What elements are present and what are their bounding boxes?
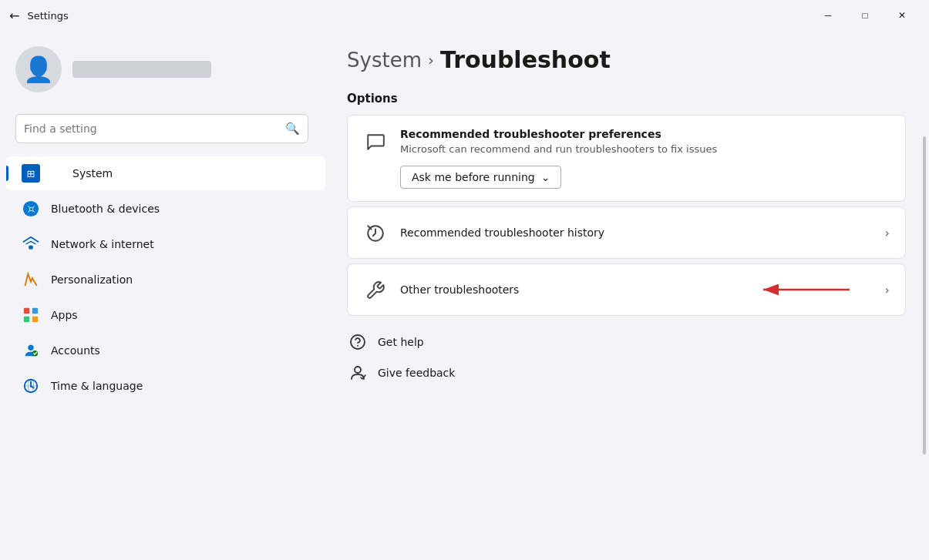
svg-rect-5 xyxy=(24,317,29,322)
network-icon xyxy=(22,235,40,253)
accounts-icon xyxy=(22,341,40,360)
sidebar-item-label-time: Time & language xyxy=(51,380,143,392)
app-title: Settings xyxy=(27,10,68,22)
breadcrumb-separator: › xyxy=(428,51,434,69)
svg-rect-2 xyxy=(29,246,33,250)
svg-point-17 xyxy=(351,335,365,349)
window-controls: ─ □ ✕ xyxy=(810,3,920,28)
bottom-links: Get help Give feedback xyxy=(347,331,906,384)
sidebar-item-label-accounts: Accounts xyxy=(51,344,100,357)
user-icon: 👤 xyxy=(23,55,54,84)
back-icon[interactable]: ← xyxy=(9,8,19,23)
dropdown-arrow-icon: ⌄ xyxy=(541,171,550,183)
sidebar-item-time[interactable]: Time & language xyxy=(6,369,325,403)
sidebar-item-label-network: Network & internet xyxy=(51,238,154,250)
svg-rect-6 xyxy=(32,317,38,322)
get-help-label: Get help xyxy=(378,336,424,348)
titlebar: ← Settings ─ □ ✕ xyxy=(0,0,929,31)
svg-point-7 xyxy=(28,345,33,350)
sidebar: 👤 🔍  ⊞ System ⯏ Bluetooth & devic xyxy=(0,31,332,560)
avatar: 👤 xyxy=(15,46,62,92)
bluetooth-icon: ⯏ xyxy=(22,200,40,218)
apps-icon xyxy=(22,306,40,324)
card-preferences-title: Recommended troubleshooter preferences xyxy=(400,128,890,140)
breadcrumb: System › Troubleshoot xyxy=(347,46,906,73)
options-label: Options xyxy=(347,92,906,106)
card-history[interactable]: Recommended troubleshooter history › xyxy=(347,206,906,259)
dropdown-value: Ask me before running xyxy=(412,171,535,183)
give-feedback-icon xyxy=(347,362,369,384)
svg-point-19 xyxy=(355,367,361,373)
sidebar-item-personalization[interactable]: Personalization xyxy=(6,263,325,297)
card-preferences-subtitle: Microsoft can recommend and run troubles… xyxy=(400,143,890,155)
maximize-button[interactable]: □ xyxy=(847,3,883,28)
wrench-icon xyxy=(363,278,388,303)
sidebar-item-label-system: System xyxy=(72,167,113,179)
card-preferences-content: Recommended troubleshooter preferences M… xyxy=(400,128,890,189)
card-history-nav[interactable]: Recommended troubleshooter history › xyxy=(363,220,890,246)
breadcrumb-parent[interactable]: System xyxy=(347,49,422,72)
card-other-label: Other troubleshooters xyxy=(400,283,745,296)
get-help-link[interactable]: Get help xyxy=(347,331,906,353)
give-feedback-label: Give feedback xyxy=(378,367,455,379)
scrollbar[interactable] xyxy=(923,136,926,454)
svg-rect-4 xyxy=(32,308,38,314)
card-other-nav[interactable]: Other troubleshooters › xyxy=(363,277,890,303)
card-preferences-row: Recommended troubleshooter preferences M… xyxy=(363,128,890,189)
search-input[interactable] xyxy=(24,122,279,135)
system-nav-icon: ⊞ xyxy=(22,164,40,183)
troubleshooter-dropdown[interactable]: Ask me before running ⌄ xyxy=(400,166,561,189)
search-container: 🔍 xyxy=(0,108,332,156)
app-body: 👤 🔍  ⊞ System ⯏ Bluetooth & devic xyxy=(0,31,929,560)
breadcrumb-current: Troubleshoot xyxy=(440,46,611,73)
svg-rect-3 xyxy=(24,308,29,314)
card-other[interactable]: Other troubleshooters › xyxy=(347,263,906,316)
search-box[interactable]: 🔍 xyxy=(15,114,308,143)
user-section: 👤 xyxy=(0,31,332,108)
svg-text:⯏: ⯏ xyxy=(26,203,36,215)
minimize-button[interactable]: ─ xyxy=(810,3,846,28)
chat-icon xyxy=(363,129,388,154)
card-preferences: Recommended troubleshooter preferences M… xyxy=(347,115,906,202)
sidebar-item-network[interactable]: Network & internet xyxy=(6,227,325,261)
time-icon xyxy=(22,377,40,395)
search-icon: 🔍 xyxy=(285,122,300,136)
red-arrow-annotation xyxy=(757,280,857,299)
sidebar-item-label-personalization: Personalization xyxy=(51,273,133,286)
sidebar-item-bluetooth[interactable]: ⯏ Bluetooth & devices xyxy=(6,192,325,226)
personalization-icon xyxy=(22,270,40,289)
sidebar-item-system[interactable]:  ⊞ System xyxy=(6,156,325,190)
sidebar-item-apps[interactable]: Apps xyxy=(6,298,325,332)
get-help-icon xyxy=(347,331,369,353)
sidebar-item-accounts[interactable]: Accounts xyxy=(6,334,325,367)
history-chevron-icon: › xyxy=(885,226,890,240)
username-bar xyxy=(72,61,211,78)
card-history-label: Recommended troubleshooter history xyxy=(400,226,873,239)
sidebar-item-label-bluetooth: Bluetooth & devices xyxy=(51,203,160,215)
sidebar-item-label-apps: Apps xyxy=(51,309,78,321)
history-icon xyxy=(363,221,388,246)
give-feedback-link[interactable]: Give feedback xyxy=(347,362,906,384)
other-chevron-icon: › xyxy=(885,283,890,297)
content-area: System › Troubleshoot Options Recommende… xyxy=(332,31,929,560)
close-button[interactable]: ✕ xyxy=(884,3,920,28)
